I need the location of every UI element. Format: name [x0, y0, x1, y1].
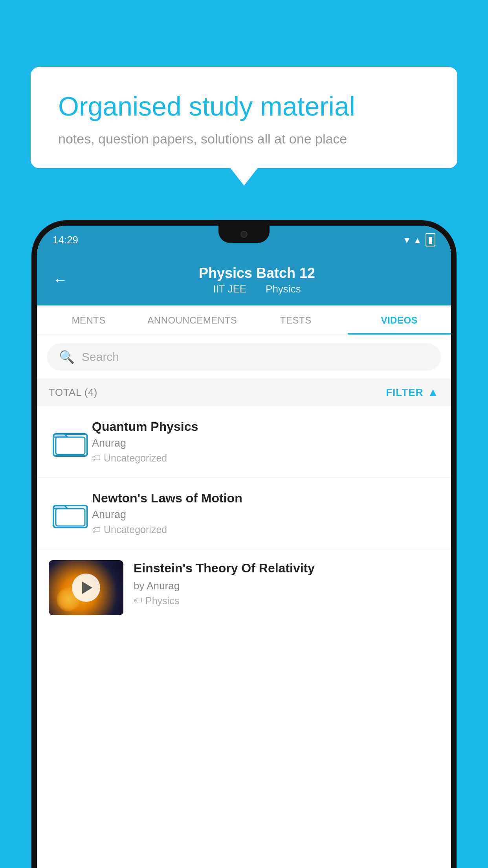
video-title: Newton's Laws of Motion: [92, 491, 439, 506]
filter-button[interactable]: FILTER ▲: [386, 386, 439, 399]
video-thumbnail: [49, 560, 123, 615]
total-count-label: TOTAL (4): [49, 386, 97, 399]
video-info: Einstein's Theory Of Relativity by Anura…: [134, 560, 439, 607]
video-author: Anurag: [92, 509, 439, 521]
tag-label: Uncategorized: [104, 452, 167, 464]
front-camera: [240, 231, 248, 238]
video-info: Quantum Physics Anurag 🏷 Uncategorized: [92, 419, 439, 464]
app-bar-subtitle: IIT JEE Physics: [79, 283, 435, 295]
phone-notch: [218, 226, 270, 243]
bubble-subtitle: notes, question papers, solutions all at…: [58, 131, 430, 147]
app-bar: ← Physics Batch 12 IIT JEE Physics: [37, 254, 451, 305]
battery-icon: ▮: [426, 233, 435, 246]
filter-row: TOTAL (4) FILTER ▲: [37, 379, 451, 406]
video-author: Anurag: [92, 437, 439, 449]
folder-icon: [49, 492, 92, 535]
svg-rect-3: [56, 509, 85, 526]
play-button[interactable]: [72, 574, 100, 602]
tabs-bar: MENTS ANNOUNCEMENTS TESTS VIDEOS: [37, 305, 451, 335]
tag-icon: 🏷: [92, 525, 101, 535]
phone-screen: 14:29 ▾ ▴ ▮ ← Physics Batch 12 IIT JEE P…: [37, 226, 451, 868]
tag-label: Physics: [145, 595, 179, 607]
status-icons: ▾ ▴ ▮: [404, 233, 435, 246]
signal-icon: ▴: [415, 234, 420, 246]
svg-rect-1: [56, 437, 85, 454]
subtitle-physics: Physics: [266, 283, 301, 295]
video-author: by Anurag: [134, 580, 439, 592]
list-item[interactable]: Newton's Laws of Motion Anurag 🏷 Uncateg…: [37, 478, 451, 549]
search-input[interactable]: Search: [82, 350, 119, 364]
folder-icon: [49, 420, 92, 463]
video-title: Einstein's Theory Of Relativity: [134, 560, 439, 577]
app-bar-title-area: Physics Batch 12 IIT JEE Physics: [79, 265, 435, 295]
list-item[interactable]: Quantum Physics Anurag 🏷 Uncategorized: [37, 406, 451, 478]
subtitle-separator: [253, 283, 259, 295]
bubble-title: Organised study material: [58, 90, 430, 123]
video-info: Newton's Laws of Motion Anurag 🏷 Uncateg…: [92, 491, 439, 535]
list-item[interactable]: Einstein's Theory Of Relativity by Anura…: [37, 549, 451, 626]
video-title: Quantum Physics: [92, 419, 439, 434]
subtitle-iit: IIT JEE: [213, 283, 246, 295]
filter-label: FILTER: [386, 386, 423, 399]
video-tag: 🏷 Uncategorized: [92, 452, 439, 464]
video-list: Quantum Physics Anurag 🏷 Uncategorized: [37, 406, 451, 626]
search-input-wrap[interactable]: 🔍 Search: [47, 343, 441, 371]
search-container: 🔍 Search: [37, 335, 451, 379]
play-triangle-icon: [82, 581, 92, 594]
tag-icon: 🏷: [134, 596, 142, 606]
phone-frame: 14:29 ▾ ▴ ▮ ← Physics Batch 12 IIT JEE P…: [31, 220, 457, 868]
filter-funnel-icon: ▲: [427, 386, 439, 399]
tag-label: Uncategorized: [104, 524, 167, 535]
back-button[interactable]: ←: [53, 272, 68, 289]
tab-ments[interactable]: MENTS: [37, 305, 141, 335]
search-icon: 🔍: [59, 349, 75, 364]
status-time: 14:29: [53, 234, 78, 246]
tab-announcements[interactable]: ANNOUNCEMENTS: [141, 305, 244, 335]
video-tag: 🏷 Physics: [134, 595, 439, 607]
tab-tests[interactable]: TESTS: [244, 305, 348, 335]
wifi-icon: ▾: [404, 234, 409, 246]
speech-bubble: Organised study material notes, question…: [31, 67, 457, 168]
tag-icon: 🏷: [92, 453, 101, 463]
video-tag: 🏷 Uncategorized: [92, 524, 439, 535]
tab-videos[interactable]: VIDEOS: [348, 305, 451, 335]
app-bar-title: Physics Batch 12: [79, 265, 435, 281]
